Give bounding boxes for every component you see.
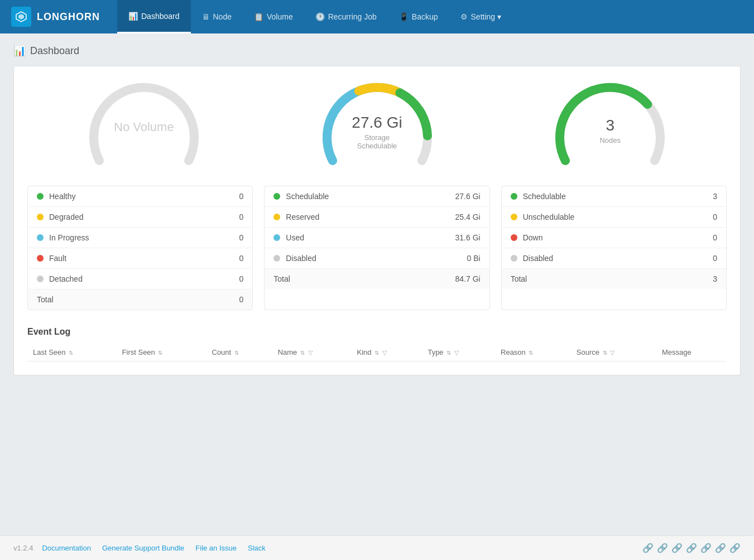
node-stats-panel: Schedulable 3 Unschedulable 0 Down 0 Dis…	[501, 186, 727, 310]
volume-gauge-center: No Volume	[114, 120, 174, 134]
node-disabled-label: Disabled	[523, 254, 713, 263]
kind-sort-icon: ⇅	[374, 350, 379, 356]
node-unschedulable-value: 0	[713, 213, 717, 221]
storage-disabled-label: Disabled	[286, 254, 467, 263]
storage-total-label: Total	[273, 274, 455, 283]
nav-recurring-job[interactable]: 🕐 Recurring Job	[304, 0, 388, 33]
storage-total-value: 84.7 Gi	[455, 274, 481, 283]
degraded-dot	[37, 214, 44, 220]
col-name[interactable]: Name ⇅ ▽	[272, 344, 352, 361]
navbar: LONGHORN 📊 Dashboard 🖥 Node 📋 Volume 🕐 R…	[0, 0, 754, 33]
storage-disabled-dot	[273, 255, 280, 262]
col-count[interactable]: Count ⇅	[206, 344, 272, 361]
healthy-dot	[37, 193, 44, 200]
volume-stat-detached: Detached 0	[28, 269, 252, 289]
page-container: 📊 Dashboard No Volume	[0, 33, 754, 387]
file-issue-link[interactable]: File an Issue	[195, 544, 237, 552]
footer: v1.2.4 Documentation Generate Support Bu…	[0, 535, 754, 560]
node-disabled-value: 0	[713, 254, 717, 263]
name-filter-icon: ▽	[308, 349, 313, 356]
chain-icon-2: 🔗	[657, 543, 668, 553]
volume-stat-healthy: Healthy 0	[28, 186, 252, 207]
node-stat-disabled: Disabled 0	[502, 248, 726, 269]
storage-schedulable-value: 27.6 Gi	[455, 192, 481, 201]
volume-icon: 📋	[254, 12, 263, 21]
support-bundle-link[interactable]: Generate Support Bundle	[102, 544, 184, 552]
detached-dot	[37, 276, 44, 282]
recurring-job-icon: 🕐	[315, 12, 325, 21]
reason-sort-icon: ⇅	[529, 350, 533, 356]
fault-dot	[37, 255, 44, 262]
storage-stat-schedulable: Schedulable 27.6 Gi	[265, 186, 489, 207]
storage-disabled-value: 0 Bi	[467, 254, 481, 263]
storage-used-value: 31.6 Gi	[455, 233, 481, 242]
nav-setting[interactable]: ⚙ Setting ▾	[449, 0, 512, 33]
breadcrumb: 📊 Dashboard	[13, 45, 741, 57]
storage-stat-used: Used 31.6 Gi	[265, 228, 489, 248]
degraded-label: Degraded	[49, 213, 239, 221]
detached-value: 0	[239, 274, 244, 283]
col-kind[interactable]: Kind ⇅ ▽	[352, 344, 422, 361]
type-sort-icon: ⇅	[446, 350, 451, 356]
node-icon: 🖥	[202, 12, 210, 21]
nav-volume[interactable]: 📋 Volume	[243, 0, 304, 33]
node-stat-schedulable: Schedulable 3	[502, 186, 726, 207]
nodes-gauge: 3 Nodes	[493, 80, 727, 169]
col-type[interactable]: Type ⇅ ▽	[422, 344, 495, 361]
fault-label: Fault	[49, 254, 239, 263]
storage-schedulable-dot	[273, 193, 280, 200]
volume-total-label: Total	[37, 295, 239, 304]
chain-icon-1: 🔗	[642, 543, 654, 553]
nodes-gauge-svg: 3 Nodes	[549, 80, 671, 169]
col-first-seen[interactable]: First Seen ⇅	[117, 344, 206, 361]
nav-backup[interactable]: 📱 Backup	[388, 0, 449, 33]
degraded-value: 0	[239, 213, 244, 221]
volume-stats-panel: Healthy 0 Degraded 0 In Progress 0 Fault…	[27, 186, 253, 310]
kind-filter-icon: ▽	[382, 349, 387, 356]
in-progress-dot	[37, 234, 44, 241]
brand: LONGHORN	[0, 0, 117, 33]
footer-icons: 🔗 🔗 🔗 🔗 🔗 🔗 🔗	[642, 543, 741, 553]
event-log-section: Event Log Last Seen ⇅ First Seen ⇅ Cou	[27, 327, 727, 361]
slack-link[interactable]: Slack	[248, 544, 266, 552]
event-log-title: Event Log	[27, 327, 727, 337]
storage-gauge-value: 27.6 Gi	[347, 113, 408, 132]
node-disabled-dot	[511, 255, 517, 262]
page-title: Dashboard	[30, 45, 79, 57]
col-last-seen[interactable]: Last Seen ⇅	[27, 344, 117, 361]
col-source[interactable]: Source ⇅ ▽	[571, 344, 656, 361]
nav-items: 📊 Dashboard 🖥 Node 📋 Volume 🕐 Recurring …	[117, 0, 512, 33]
node-down-value: 0	[713, 233, 717, 242]
storage-used-dot	[273, 234, 280, 241]
storage-reserved-label: Reserved	[286, 213, 455, 221]
nodes-gauge-label: Nodes	[599, 136, 621, 144]
count-sort-icon: ⇅	[234, 350, 239, 356]
node-stat-unschedulable: Unschedulable 0	[502, 207, 726, 228]
nav-dashboard[interactable]: 📊 Dashboard	[117, 0, 191, 33]
node-down-label: Down	[523, 233, 713, 242]
footer-left: v1.2.4 Documentation Generate Support Bu…	[13, 544, 266, 552]
in-progress-label: In Progress	[49, 233, 239, 242]
chain-icon-5: 🔗	[700, 543, 712, 553]
col-message: Message	[656, 344, 727, 361]
in-progress-value: 0	[239, 233, 244, 242]
stats-row: Healthy 0 Degraded 0 In Progress 0 Fault…	[27, 186, 727, 310]
storage-reserved-value: 25.4 Gi	[455, 213, 481, 221]
nodes-gauge-value: 3	[599, 116, 621, 135]
volume-total-value: 0	[239, 295, 244, 304]
storage-schedulable-label: Schedulable	[286, 192, 455, 201]
node-stat-down: Down 0	[502, 228, 726, 248]
storage-stat-disabled: Disabled 0 Bi	[265, 248, 489, 269]
volume-stat-in-progress: In Progress 0	[28, 228, 252, 248]
storage-stats-panel: Schedulable 27.6 Gi Reserved 25.4 Gi Use…	[264, 186, 489, 310]
col-reason[interactable]: Reason ⇅	[495, 344, 571, 361]
volume-stat-fault: Fault 0	[28, 248, 252, 269]
fault-value: 0	[239, 254, 244, 263]
nav-node[interactable]: 🖥 Node	[191, 0, 243, 33]
storage-reserved-dot	[273, 214, 280, 220]
chain-icon-3: 🔗	[671, 543, 683, 553]
documentation-link[interactable]: Documentation	[42, 544, 90, 552]
type-filter-icon: ▽	[454, 349, 459, 356]
dashboard-icon: 📊	[128, 12, 138, 21]
volume-stat-degraded: Degraded 0	[28, 207, 252, 228]
